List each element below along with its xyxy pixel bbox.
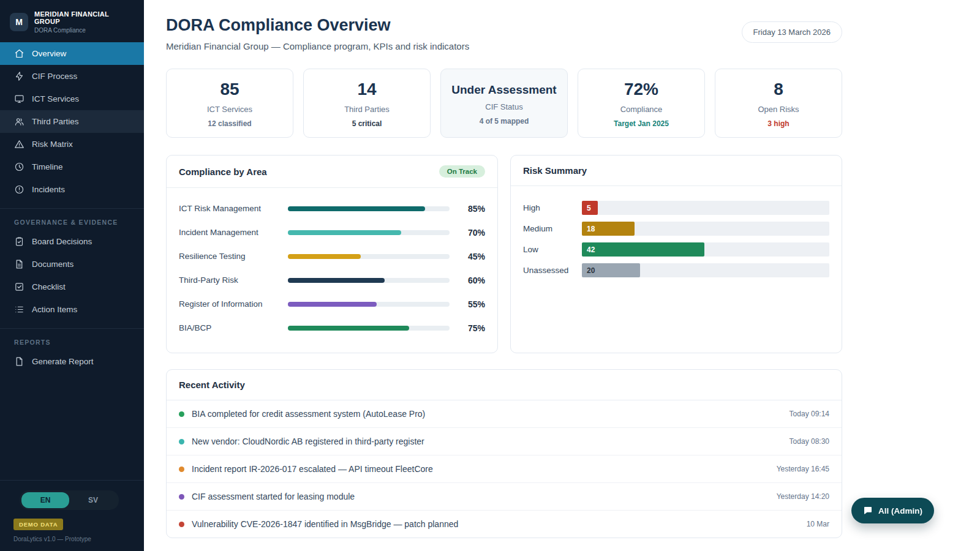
sidebar-item-label: Incidents <box>32 185 65 194</box>
progress-fill <box>288 278 385 283</box>
lang-sv-button[interactable]: SV <box>69 492 117 508</box>
admin-chat-button[interactable]: All (Admin) <box>851 498 934 523</box>
sidebar-item-timeline[interactable]: Timeline <box>0 156 144 178</box>
compliance-area-label: ICT Risk Management <box>179 204 288 213</box>
kpi-sub: 5 critical <box>310 119 424 128</box>
on-track-badge: On Track <box>439 165 485 178</box>
risk-rows: High5Medium18Low42Unassessed20 <box>511 186 842 294</box>
risk-panel-title: Risk Summary <box>523 165 587 176</box>
risk-row-low: Low42 <box>523 242 829 257</box>
activity-panel-title: Recent Activity <box>179 380 245 390</box>
compliance-row-resilience-testing: Resilience Testing45% <box>179 244 485 268</box>
sidebar-item-action-items[interactable]: Action Items <box>0 298 144 321</box>
risk-level-label: Medium <box>523 224 582 233</box>
sidebar-item-documents[interactable]: Documents <box>0 253 144 276</box>
risk-bar-track: 5 <box>582 201 829 215</box>
page-header-text: DORA Compliance Overview Meridian Financ… <box>166 16 469 51</box>
brand: M MERIDIAN FINANCIAL GROUP DORA Complian… <box>0 0 144 42</box>
compliance-row-incident-management: Incident Management70% <box>179 220 485 244</box>
sidebar-item-risk-matrix[interactable]: Risk Matrix <box>0 133 144 156</box>
date-pill: Friday 13 March 2026 <box>742 21 842 43</box>
risk-row-high: High5 <box>523 201 829 215</box>
compliance-by-area-panel: Compliance by Area On Track ICT Risk Man… <box>166 155 498 353</box>
page-subtitle: Meridian Financial Group — Compliance pr… <box>166 41 469 51</box>
kpi-label: Open Risks <box>722 105 835 114</box>
activity-item: BIA completed for credit assessment syst… <box>167 400 842 427</box>
kpi-label: CIF Status <box>447 102 561 111</box>
risk-bar-fill: 18 <box>582 222 635 236</box>
risk-bar-fill: 5 <box>582 201 598 215</box>
kpi-sub: 3 high <box>722 119 835 128</box>
progress-fill <box>288 206 425 211</box>
sidebar-item-board-decisions[interactable]: Board Decisions <box>0 230 144 253</box>
risk-bar-track: 20 <box>582 263 829 277</box>
compliance-row-register-of-information: Register of Information55% <box>179 292 485 316</box>
progress-fill <box>288 254 361 259</box>
warning-triangle-icon <box>14 139 24 149</box>
risk-panel-header: Risk Summary <box>511 156 842 186</box>
sidebar-item-label: CIF Process <box>32 72 77 81</box>
main-nav: OverviewCIF ProcessICT ServicesThird Par… <box>0 42 144 201</box>
sidebar-item-third-parties[interactable]: Third Parties <box>0 110 144 133</box>
main-content: DORA Compliance Overview Meridian Financ… <box>144 0 980 551</box>
sidebar-item-label: Checklist <box>32 282 66 291</box>
kpi-sub: Target Jan 2025 <box>584 119 698 128</box>
progress-track <box>288 230 450 235</box>
org-subtitle: DORA Compliance <box>34 27 134 34</box>
language-toggle: ENSV <box>20 490 119 510</box>
activity-time: Yesterday 16:45 <box>777 465 829 473</box>
kpi-sub: 12 classified <box>173 119 287 128</box>
sidebar-item-cif-process[interactable]: CIF Process <box>0 65 144 88</box>
recent-activity-panel: Recent Activity BIA completed for credit… <box>166 369 842 538</box>
activity-text: BIA completed for credit assessment syst… <box>192 409 790 419</box>
sidebar-bottom: ENSV DEMO DATA DoraLytics v1.0 — Prototy… <box>0 480 144 551</box>
compliance-area-label: Incident Management <box>179 228 288 237</box>
users-icon <box>14 116 24 127</box>
compliance-row-third-party-risk: Third-Party Risk60% <box>179 268 485 292</box>
file-icon <box>14 356 24 367</box>
sidebar-item-label: Documents <box>32 260 74 269</box>
activity-item: CIF assessment started for leasing modul… <box>167 482 842 510</box>
compliance-area-label: Resilience Testing <box>179 252 288 261</box>
monitor-icon <box>14 94 24 104</box>
kpi-label: ICT Services <box>173 105 287 114</box>
clipboard-check-icon <box>14 236 24 247</box>
compliance-percent: 75% <box>459 323 485 333</box>
sidebar-item-ict-services[interactable]: ICT Services <box>0 88 144 110</box>
compliance-percent: 70% <box>459 228 485 238</box>
sidebar-item-checklist[interactable]: Checklist <box>0 276 144 298</box>
activity-dot-icon <box>179 411 184 417</box>
secondary-nav: GOVERNANCE & EVIDENCEBoard DecisionsDocu… <box>0 201 144 373</box>
compliance-percent: 45% <box>459 252 485 261</box>
kpi-label: Compliance <box>584 105 698 114</box>
file-text-icon <box>14 259 24 269</box>
kpi-value: Under Assessment <box>447 80 561 97</box>
activity-time: 10 Mar <box>807 520 829 528</box>
brand-logo: M <box>10 13 28 31</box>
risk-level-label: High <box>523 203 582 212</box>
activity-time: Today 09:14 <box>790 410 829 418</box>
kpi-card-ict-services: 85ICT Services12 classified <box>166 69 293 138</box>
risk-bar-track: 42 <box>582 242 829 257</box>
kpi-card-open-risks: 8Open Risks3 high <box>715 69 842 138</box>
alert-circle-icon <box>14 184 24 195</box>
sidebar-item-generate-report[interactable]: Generate Report <box>0 350 144 373</box>
kpi-sub: 4 of 5 mapped <box>447 117 561 126</box>
lang-en-button[interactable]: EN <box>21 492 69 508</box>
kpi-value: 8 <box>722 80 835 99</box>
activity-text: CIF assessment started for leasing modul… <box>192 492 777 501</box>
compliance-row-ict-risk-management: ICT Risk Management85% <box>179 197 485 220</box>
activity-list: BIA completed for credit assessment syst… <box>167 400 842 538</box>
app-version-label: DoraLytics v1.0 — Prototype <box>13 536 130 542</box>
progress-track <box>288 326 450 331</box>
sidebar-item-incidents[interactable]: Incidents <box>0 178 144 201</box>
sidebar-item-label: Board Decisions <box>32 237 92 246</box>
activity-text: Vulnerability CVE-2026-1847 identified i… <box>192 519 807 529</box>
compliance-percent: 60% <box>459 276 485 285</box>
progress-fill <box>288 326 409 331</box>
sidebar-item-label: Overview <box>32 49 66 58</box>
kpi-row: 85ICT Services12 classified14Third Parti… <box>166 69 842 138</box>
risk-summary-panel: Risk Summary High5Medium18Low42Unassesse… <box>510 155 842 353</box>
sidebar-item-overview[interactable]: Overview <box>0 42 144 65</box>
kpi-value: 72% <box>584 80 698 99</box>
